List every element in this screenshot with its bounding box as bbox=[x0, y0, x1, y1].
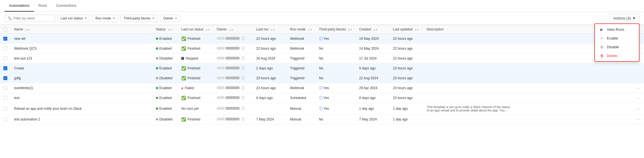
third-party-info-icon[interactable]: ⓘ bbox=[319, 36, 323, 41]
delete-item[interactable]: 🗑 Delete bbox=[595, 51, 639, 60]
automation-name[interactable]: test automation 2 bbox=[11, 115, 152, 124]
automation-name[interactable]: test bbox=[11, 93, 152, 103]
row-checkbox[interactable] bbox=[3, 76, 7, 80]
col-header-created[interactable]: Created ▲▼ bbox=[356, 25, 390, 34]
last-run-time: 23 hours ago bbox=[253, 83, 287, 93]
row-checkbox[interactable] bbox=[3, 56, 7, 60]
table-row: new whEnabled✅Finishedⓘ22 hours agoWebho… bbox=[0, 34, 644, 44]
owner-info-icon[interactable]: ⓘ bbox=[241, 66, 245, 70]
row-checkbox[interactable] bbox=[3, 86, 7, 90]
row-more-button[interactable]: ··· bbox=[636, 96, 641, 100]
run-mode: Webhook bbox=[287, 34, 316, 44]
automation-description bbox=[423, 83, 632, 93]
row-actions-cell: ··· bbox=[632, 103, 644, 115]
created-date: 22 Aug 2024 bbox=[356, 73, 390, 83]
row-checkbox[interactable] bbox=[3, 47, 7, 51]
owner-info-icon[interactable]: ⓘ bbox=[241, 106, 245, 111]
created-date: 14 May 2024 bbox=[356, 44, 390, 54]
row-actions-cell bbox=[632, 63, 644, 73]
owner-info-icon[interactable]: ⓘ bbox=[241, 117, 245, 121]
col-header-third-party[interactable]: Third-party blocks ▲▼ bbox=[316, 25, 356, 34]
owner-name-block bbox=[225, 86, 240, 89]
disable-item[interactable]: ⊘ Disable bbox=[595, 43, 639, 51]
enable-item[interactable]: ✓ Enable bbox=[595, 34, 639, 43]
third-party-info-icon[interactable]: ⓘ bbox=[319, 96, 323, 100]
last-updated-date: 1 day ago bbox=[390, 103, 423, 115]
owner-info-icon[interactable]: ⓘ bbox=[241, 76, 245, 80]
third-party-blocks: No bbox=[316, 115, 356, 124]
row-checkbox[interactable] bbox=[3, 107, 7, 111]
run-mode: Manual bbox=[287, 103, 316, 115]
automation-name[interactable]: test-aut-123 bbox=[11, 54, 152, 63]
owner-name-block bbox=[225, 118, 240, 120]
owner-filter[interactable]: Owner ▼ bbox=[160, 15, 180, 22]
row-more-button[interactable]: ··· bbox=[636, 106, 641, 111]
third-party-blocks: No bbox=[316, 63, 356, 73]
select-all-checkbox[interactable] bbox=[3, 27, 7, 31]
chevron-down-icon: ▼ bbox=[84, 17, 87, 20]
third-party-info-icon[interactable]: ⓘ bbox=[319, 86, 323, 90]
trash-icon: 🗑 bbox=[599, 54, 604, 58]
tab-runs[interactable]: Runs bbox=[34, 0, 51, 12]
run-mode-filter[interactable]: Run mode ▼ bbox=[92, 15, 118, 22]
top-navigation: Automations Runs Connections bbox=[0, 0, 644, 12]
actions-button[interactable]: Actions (3) ▼ bbox=[610, 14, 639, 22]
automation-owner: ⓘ bbox=[213, 63, 253, 73]
owner-info-icon[interactable]: ⓘ bbox=[241, 36, 245, 41]
third-party-blocks: ⓘ Yes bbox=[316, 93, 356, 103]
third-party-blocks: ⓘ Yes bbox=[316, 103, 356, 115]
col-header-name[interactable]: Name ▲▼ bbox=[11, 25, 152, 34]
col-header-last-updated[interactable]: Last updated ▲▼ bbox=[390, 25, 423, 34]
last-run-status: ✅Finished bbox=[178, 93, 213, 103]
row-checkbox[interactable] bbox=[3, 96, 7, 100]
sort-lrs-icon: ▲▼ bbox=[205, 28, 210, 31]
owner-info-icon[interactable]: ⓘ bbox=[241, 46, 245, 51]
automation-name[interactable]: eventbrite(1) bbox=[11, 83, 152, 93]
run-mode: Triggered bbox=[287, 73, 316, 83]
last-updated-date: 22 hours ago bbox=[390, 44, 423, 54]
tab-connections[interactable]: Connections bbox=[52, 0, 81, 12]
automation-name[interactable]: gdfg bbox=[11, 73, 152, 83]
tab-automations[interactable]: Automations bbox=[5, 0, 34, 12]
owner-avatar bbox=[217, 96, 240, 99]
automation-name[interactable]: Create bbox=[11, 63, 152, 73]
third-party-blocks: No bbox=[316, 73, 356, 83]
col-header-status[interactable]: Status ▲▼ bbox=[152, 25, 178, 34]
col-header-run-mode[interactable]: Run mode ▲▼ bbox=[287, 25, 316, 34]
row-more-button[interactable]: ··· bbox=[636, 117, 641, 122]
third-party-info-icon[interactable]: ⓘ bbox=[319, 106, 323, 111]
col-header-last-run[interactable]: Last run ▲▼ bbox=[253, 25, 287, 34]
owner-info-icon[interactable]: ⓘ bbox=[241, 96, 245, 100]
sort-rm-icon: ▲▼ bbox=[308, 28, 312, 31]
view-runs-item[interactable]: ▶ View Runs bbox=[595, 25, 639, 34]
automation-name[interactable]: Reload an app and notify your team on Sl… bbox=[11, 103, 152, 115]
automation-name[interactable]: Webhook QCS bbox=[11, 44, 152, 54]
third-party-filter[interactable]: Third-party blocks ▼ bbox=[121, 15, 158, 22]
last-run-status-filter[interactable]: Last run status ▼ bbox=[57, 15, 90, 22]
owner-name-block bbox=[225, 96, 240, 99]
avatar-image bbox=[217, 76, 225, 79]
last-updated-date: 23 hours ago bbox=[390, 83, 423, 93]
row-checkbox[interactable] bbox=[3, 117, 7, 121]
automation-owner: ⓘ bbox=[213, 93, 253, 103]
automation-status: Enabled bbox=[152, 44, 178, 54]
run-mode: Manual bbox=[287, 115, 316, 124]
last-run-status: ✅Finished bbox=[178, 34, 213, 44]
automation-name[interactable]: new wh bbox=[11, 34, 152, 44]
owner-info-icon[interactable]: ⓘ bbox=[241, 86, 245, 90]
row-checkbox[interactable] bbox=[3, 66, 7, 70]
owner-avatar bbox=[217, 57, 240, 60]
row-more-button[interactable]: ··· bbox=[636, 86, 641, 90]
row-checkbox[interactable] bbox=[3, 37, 7, 41]
last-run-time: 23 hours ago bbox=[253, 73, 287, 83]
created-date: 7 May 2024 bbox=[356, 115, 390, 124]
last-run-status: ♦Failed bbox=[178, 83, 213, 93]
col-header-owner[interactable]: Owner ▲▼ bbox=[213, 25, 253, 34]
sort-name-icon: ▲▼ bbox=[25, 28, 30, 31]
owner-info-icon[interactable]: ⓘ bbox=[241, 56, 245, 60]
created-date: 1 day ago bbox=[356, 103, 390, 115]
third-party-blocks: No bbox=[316, 44, 356, 54]
search-input[interactable] bbox=[14, 16, 52, 20]
table-row: CreateEnabled✅Finishedⓘ2 days agoTrigger… bbox=[0, 63, 644, 73]
col-header-last-run-status[interactable]: Last run status ▲▼ bbox=[178, 25, 213, 34]
